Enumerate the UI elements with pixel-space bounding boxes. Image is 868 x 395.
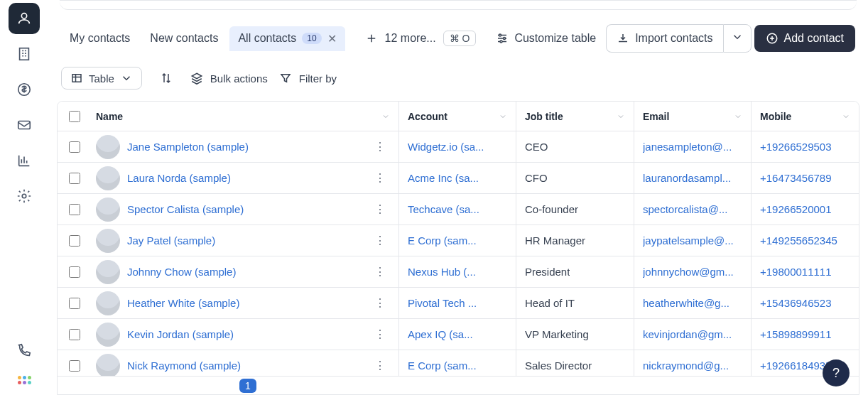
job-title: CEO: [525, 141, 548, 153]
filter-button[interactable]: Filter by: [279, 72, 337, 85]
account-link[interactable]: E Corp (sam...: [408, 359, 477, 372]
row-checkbox[interactable]: [69, 173, 80, 184]
email-link[interactable]: spectorcalista@...: [643, 203, 727, 215]
job-title: CFO: [525, 172, 548, 184]
contact-name-link[interactable]: Jay Patel (sample): [127, 234, 215, 247]
row-menu-button[interactable]: ⋮: [370, 325, 390, 344]
contact-name-link[interactable]: Jane Sampleton (sample): [127, 141, 249, 153]
account-link[interactable]: Acme Inc (sa...: [408, 172, 479, 184]
mobile-link[interactable]: +19266520001: [760, 203, 832, 215]
svg-point-7: [500, 40, 502, 43]
mobile-link[interactable]: +149255652345: [760, 234, 837, 247]
select-all-checkbox[interactable]: [69, 111, 80, 122]
customize-table-button[interactable]: Customize table: [489, 28, 603, 49]
account-link[interactable]: Widgetz.io (sa...: [408, 141, 484, 153]
chevron-down-icon[interactable]: [734, 112, 742, 121]
col-mobile-header[interactable]: Mobile: [760, 111, 791, 122]
help-button[interactable]: ?: [823, 359, 850, 386]
chevron-down-icon: [731, 31, 744, 43]
row-menu-button[interactable]: ⋮: [370, 293, 390, 313]
email-link[interactable]: heatherwhite@g...: [643, 297, 729, 309]
app-switcher-icon[interactable]: [16, 372, 32, 388]
row-checkbox[interactable]: [69, 360, 80, 372]
sidebar: [0, 0, 48, 395]
row-menu-button[interactable]: ⋮: [370, 200, 390, 219]
row-checkbox[interactable]: [69, 235, 80, 247]
close-icon[interactable]: ✕: [327, 32, 337, 45]
top-strip: [60, 0, 857, 10]
tab-new-contacts[interactable]: New contacts: [141, 26, 227, 50]
row-checkbox[interactable]: [69, 204, 80, 215]
row-menu-button[interactable]: ⋮: [370, 168, 390, 188]
sidebar-item-reports[interactable]: [9, 145, 40, 176]
row-checkbox[interactable]: [69, 298, 80, 309]
contact-name-link[interactable]: Kevin Jordan (sample): [127, 328, 234, 340]
row-checkbox[interactable]: [69, 266, 80, 278]
contact-name-link[interactable]: Spector Calista (sample): [127, 203, 244, 215]
table-icon: [70, 72, 83, 85]
sidebar-item-inbox[interactable]: [9, 109, 40, 141]
svg-point-6: [504, 38, 506, 40]
mobile-link[interactable]: +15898899911: [760, 328, 832, 340]
subtoolbar: Table Bulk actions Filter by: [48, 58, 868, 101]
contact-name-link[interactable]: Laura Norda (sample): [127, 172, 231, 184]
layers-icon: [190, 72, 203, 85]
contact-name-link[interactable]: Johnny Chow (sample): [127, 266, 236, 278]
email-link[interactable]: kevinjordan@gm...: [643, 328, 732, 340]
mobile-link[interactable]: +16473456789: [760, 172, 832, 184]
more-views[interactable]: 12 more... ⌘ O: [365, 31, 477, 46]
chevron-down-icon[interactable]: [499, 112, 507, 121]
import-dropdown[interactable]: [723, 24, 752, 53]
chevron-down-icon[interactable]: [617, 112, 625, 121]
sidebar-item-settings[interactable]: [9, 180, 40, 212]
table-row: Spector Calista (sample)⋮Techcave (sa...…: [58, 194, 859, 225]
svg-point-0: [21, 13, 26, 18]
col-job-header[interactable]: Job title: [525, 111, 563, 122]
mobile-link[interactable]: +19266184935: [760, 359, 832, 372]
col-account-header[interactable]: Account: [408, 111, 447, 122]
contact-name-link[interactable]: Nick Raymond (sample): [127, 359, 241, 372]
sidebar-item-deals[interactable]: [9, 74, 40, 105]
email-link[interactable]: johnnychow@gm...: [643, 266, 734, 278]
account-link[interactable]: Nexus Hub (...: [408, 266, 476, 278]
email-link[interactable]: janesampleton@...: [643, 141, 732, 153]
row-checkbox[interactable]: [69, 329, 80, 340]
import-contacts-button[interactable]: Import contacts: [606, 24, 722, 53]
account-link[interactable]: Apex IQ (sa...: [408, 328, 473, 340]
col-email-header[interactable]: Email: [643, 111, 669, 122]
account-link[interactable]: Pivotal Tech ...: [408, 297, 477, 309]
add-contact-button[interactable]: Add contact: [754, 25, 856, 52]
email-link[interactable]: lauranordasampl...: [643, 172, 731, 184]
row-menu-button[interactable]: ⋮: [370, 262, 390, 281]
row-menu-button[interactable]: ⋮: [370, 356, 390, 375]
row-checkbox[interactable]: [69, 141, 80, 153]
email-link[interactable]: nickraymond@g...: [643, 359, 729, 372]
mobile-link[interactable]: +15436946523: [760, 297, 832, 309]
import-label: Import contacts: [635, 32, 712, 45]
avatar: [96, 229, 120, 253]
sidebar-item-contacts[interactable]: [9, 3, 40, 34]
tab-all-contacts[interactable]: All contacts 10 ✕: [229, 26, 345, 51]
mobile-link[interactable]: +19266529503: [760, 141, 832, 153]
mobile-link[interactable]: +19800011111: [760, 266, 832, 278]
contact-name-link[interactable]: Heather White (sample): [127, 297, 239, 309]
account-link[interactable]: E Corp (sam...: [408, 234, 477, 247]
table-row: Nick Raymond (sample)⋮E Corp (sam...Sale…: [58, 350, 859, 376]
sort-button[interactable]: [153, 65, 179, 91]
bulk-actions-button[interactable]: Bulk actions: [190, 72, 268, 85]
chevron-down-icon[interactable]: [842, 112, 850, 121]
email-link[interactable]: jaypatelsample@...: [643, 234, 734, 247]
row-menu-button[interactable]: ⋮: [370, 231, 390, 250]
col-name-header[interactable]: Name: [96, 111, 123, 122]
shortcut-hint: ⌘ O: [443, 31, 477, 46]
row-menu-button[interactable]: ⋮: [370, 137, 390, 156]
tab-my-contacts[interactable]: My contacts: [61, 26, 139, 50]
page-current[interactable]: 1: [239, 379, 256, 393]
sidebar-item-accounts[interactable]: [9, 38, 40, 70]
account-link[interactable]: Techcave (sa...: [408, 203, 479, 215]
avatar: [96, 291, 120, 315]
chevron-down-icon[interactable]: [381, 112, 390, 121]
sidebar-item-phone[interactable]: [9, 335, 40, 367]
view-mode-button[interactable]: Table: [61, 67, 142, 90]
mail-icon: [16, 117, 32, 133]
